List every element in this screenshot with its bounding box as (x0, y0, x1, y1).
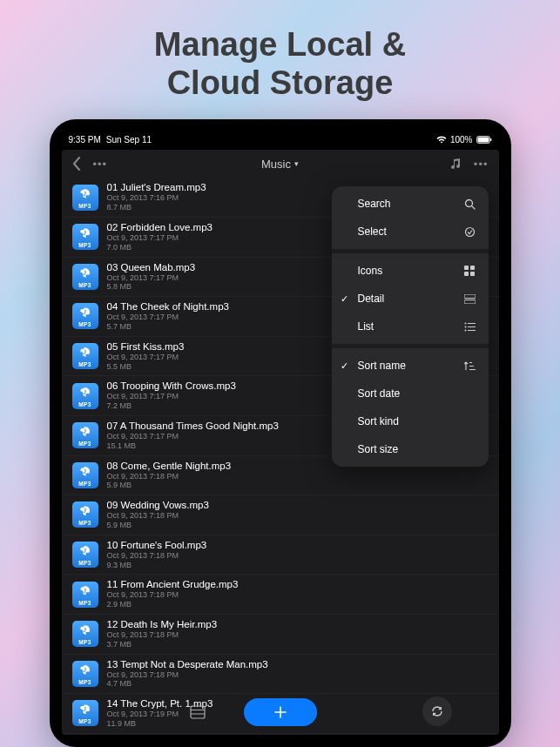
svg-line-4 (471, 205, 475, 209)
battery-icon (476, 136, 492, 144)
file-date: Oct 9, 2013 7:18 PM (107, 590, 489, 600)
file-name: 13 Tempt Not a Desperate Man.mp3 (107, 659, 489, 670)
mp3-file-icon: ♪ MP3 (72, 661, 98, 687)
file-date: Oct 9, 2013 7:18 PM (107, 630, 489, 640)
mp3-file-icon: ♪ MP3 (72, 462, 98, 488)
chevron-down-icon: ▾ (294, 159, 299, 168)
menu-sort-date[interactable]: Sort date (332, 380, 489, 407)
grid-icon (464, 266, 476, 276)
file-date: Oct 9, 2013 7:18 PM (107, 511, 489, 521)
svg-rect-17 (468, 330, 476, 331)
file-name: 10 Fortune's Fool.mp3 (107, 540, 489, 550)
mp3-file-icon: ♪ MP3 (72, 422, 98, 448)
file-size: 5.9 MB (107, 481, 489, 490)
menu-view-list[interactable]: List (332, 313, 489, 340)
view-toggle-button[interactable] (186, 702, 210, 723)
file-row[interactable]: ♪ MP3 12 Death Is My Heir.mp3 Oct 9, 201… (62, 615, 499, 655)
file-size: 4.7 MB (107, 679, 489, 689)
mp3-file-icon: ♪ MP3 (72, 224, 98, 250)
file-name: 12 Death Is My Heir.mp3 (107, 619, 489, 629)
file-date: Oct 9, 2013 7:18 PM (107, 551, 489, 561)
svg-rect-18 (469, 362, 472, 363)
promo-line2: Cloud Storage (154, 64, 406, 103)
promo-title: Manage Local & Cloud Storage (154, 26, 406, 102)
tablet-frame: 9:35 PM Sun Sep 11 100% ••• Music ▾ (50, 119, 511, 747)
file-size: 2.9 MB (107, 600, 489, 609)
svg-rect-11 (464, 299, 476, 304)
status-bar: 9:35 PM Sun Sep 11 100% (62, 131, 499, 150)
file-size: 9.3 MB (107, 561, 489, 570)
menu-view-detail[interactable]: ✓ Detail (332, 285, 489, 313)
more-icon[interactable]: ••• (93, 158, 108, 171)
file-row[interactable]: ♪ MP3 09 Wedding Vows.mp3 Oct 9, 2013 7:… (62, 495, 499, 535)
svg-rect-8 (464, 272, 469, 276)
mp3-file-icon: ♪ MP3 (72, 185, 98, 211)
svg-rect-9 (470, 272, 475, 276)
search-icon (464, 199, 476, 210)
sync-button[interactable] (422, 697, 452, 726)
svg-rect-10 (464, 294, 476, 299)
file-info: 11 From Ancient Grudge.mp3 Oct 9, 2013 7… (107, 579, 489, 609)
back-button[interactable] (72, 157, 81, 171)
music-icon[interactable] (449, 158, 462, 170)
check-icon: ✓ (341, 360, 348, 372)
status-date: Sun Sep 11 (106, 135, 152, 145)
mp3-file-icon: ♪ MP3 (72, 621, 98, 647)
battery-percent: 100% (450, 135, 473, 145)
file-row[interactable]: ♪ MP3 10 Fortune's Fool.mp3 Oct 9, 2013 … (62, 535, 499, 575)
file-name: 09 Wedding Vows.mp3 (107, 500, 489, 510)
status-left: 9:35 PM Sun Sep 11 (69, 135, 152, 145)
folder-title: Music (261, 158, 291, 171)
file-row[interactable]: ♪ MP3 15 The Crypt, Pt. 2.mp3 Oct 9, 201… (62, 734, 499, 735)
file-size: 3.7 MB (107, 640, 489, 649)
file-date: Oct 9, 2013 7:18 PM (107, 670, 489, 680)
svg-point-16 (464, 329, 466, 331)
mp3-file-icon: ♪ MP3 (72, 582, 98, 608)
mp3-file-icon: ♪ MP3 (72, 501, 98, 528)
list-icon (464, 322, 476, 332)
promo-line1: Manage Local & (154, 26, 406, 64)
svg-point-12 (464, 322, 466, 324)
svg-rect-2 (490, 138, 491, 141)
svg-rect-19 (469, 366, 474, 367)
menu-sort-name[interactable]: ✓ Sort name (332, 352, 489, 380)
status-time: 9:35 PM (69, 135, 101, 145)
svg-rect-20 (469, 369, 476, 370)
menu-search[interactable]: Search (332, 190, 489, 218)
status-right: 100% (436, 135, 492, 145)
svg-rect-6 (464, 266, 469, 270)
file-info: 09 Wedding Vows.mp3 Oct 9, 2013 7:18 PM … (107, 500, 489, 530)
nav-bar: ••• Music ▾ ••• (62, 150, 499, 178)
mp3-file-icon: ♪ MP3 (72, 343, 98, 369)
wifi-icon (436, 136, 447, 144)
file-info: 12 Death Is My Heir.mp3 Oct 9, 2013 7:18… (107, 619, 489, 649)
mp3-file-icon: ♪ MP3 (72, 264, 98, 290)
menu-select[interactable]: Select (332, 218, 489, 246)
svg-rect-13 (468, 323, 476, 324)
screen: ••• Music ▾ ••• ♪ MP3 01 Juliet's Dream.… (62, 150, 499, 735)
menu-view-icons[interactable]: Icons (332, 257, 489, 285)
sort-asc-icon (464, 361, 476, 371)
folder-title-dropdown[interactable]: Music ▾ (261, 158, 299, 171)
svg-rect-15 (468, 326, 476, 327)
menu-sort-kind[interactable]: Sort kind (332, 407, 489, 435)
svg-point-14 (464, 326, 466, 327)
svg-point-5 (465, 227, 474, 236)
mp3-file-icon: ♪ MP3 (72, 700, 98, 726)
file-info: 13 Tempt Not a Desperate Man.mp3 Oct 9, … (107, 659, 489, 690)
check-icon: ✓ (341, 293, 348, 305)
svg-rect-21 (191, 706, 205, 718)
mp3-file-icon: ♪ MP3 (72, 383, 98, 409)
context-menu: Search Select Icons (332, 186, 489, 467)
svg-rect-1 (477, 138, 489, 143)
file-name: 11 From Ancient Grudge.mp3 (107, 579, 489, 589)
menu-sort-size[interactable]: Sort size (332, 435, 489, 463)
file-date: Oct 9, 2013 7:18 PM (107, 472, 489, 481)
mp3-file-icon: ♪ MP3 (72, 542, 98, 568)
select-icon (464, 226, 476, 238)
overflow-icon[interactable]: ••• (474, 158, 489, 171)
detail-icon (464, 294, 476, 304)
file-row[interactable]: ♪ MP3 13 Tempt Not a Desperate Man.mp3 O… (62, 655, 499, 695)
file-size: 5.9 MB (107, 521, 489, 530)
file-row[interactable]: ♪ MP3 11 From Ancient Grudge.mp3 Oct 9, … (62, 575, 499, 615)
